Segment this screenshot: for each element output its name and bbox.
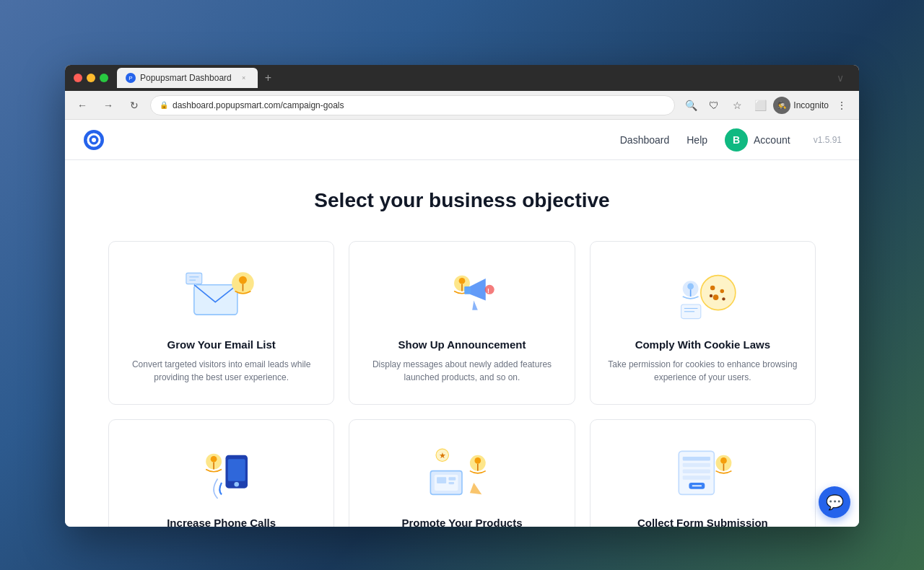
svg-rect-32 (227, 459, 245, 481)
svg-rect-48 (683, 475, 710, 479)
svg-point-52 (720, 457, 727, 464)
browser-window: P Popupsmart Dashboard × + ∨ ← → ↻ 🔒 das… (65, 65, 859, 527)
app-header: Dashboard Help B Account v1.5.91 (65, 120, 859, 160)
svg-rect-37 (448, 477, 456, 480)
svg-point-40 (474, 457, 481, 464)
reload-button[interactable]: ↻ (124, 95, 144, 115)
card-title-email-list: Grow Your Email List (167, 338, 276, 351)
toolbar-actions: 🔍 🛡 ☆ ⬜ 🕵 Incognito ⋮ (681, 95, 852, 115)
page-title: Select your business objective (82, 189, 842, 212)
cards-grid: Grow Your Email List Convert targeted vi… (108, 241, 816, 527)
card-cookie-laws[interactable]: Comply With Cookie Laws Take permission … (590, 241, 816, 405)
card-title-phone-calls: Increase Phone Calls (167, 517, 276, 527)
dashboard-nav-link[interactable]: Dashboard (620, 134, 670, 146)
app-content: Dashboard Help B Account v1.5.91 Select … (65, 120, 859, 527)
card-promote-products[interactable]: ★ Promote Your Products Market your prod… (349, 419, 575, 527)
svg-point-16 (701, 275, 736, 310)
card-illustration-promote-products: ★ (419, 440, 505, 505)
tab-title: Popupsmart Dashboard (140, 73, 232, 83)
svg-point-2 (92, 138, 96, 142)
chat-icon: 💬 (826, 494, 844, 511)
card-email-list[interactable]: Grow Your Email List Convert targeted vi… (108, 241, 334, 405)
card-illustration-email-list (178, 262, 265, 327)
browser-titlebar: P Popupsmart Dashboard × + ∨ (65, 65, 859, 91)
svg-point-21 (710, 294, 712, 297)
svg-point-20 (723, 297, 725, 300)
svg-point-23 (688, 283, 694, 289)
svg-rect-7 (186, 273, 202, 284)
svg-point-11 (459, 278, 466, 284)
traffic-lights (74, 74, 108, 82)
version-label: v1.5.91 (814, 135, 842, 145)
svg-point-5 (239, 276, 247, 284)
header-nav: Dashboard Help B Account v1.5.91 (620, 128, 842, 152)
account-label: Account (754, 134, 790, 146)
lock-icon: 🔒 (160, 101, 168, 109)
card-illustration-phone-calls (178, 440, 265, 505)
back-button[interactable]: ← (72, 95, 92, 115)
account-button[interactable]: B Account (725, 128, 790, 152)
svg-text:!: ! (487, 286, 489, 294)
card-form-submission[interactable]: Collect Form Submission Gather personal … (590, 419, 816, 527)
search-icon[interactable]: 🔍 (681, 95, 701, 115)
card-title-form-submission: Collect Form Submission (637, 517, 768, 527)
svg-point-18 (720, 289, 724, 292)
card-phone-calls[interactable]: Increase Phone Calls Enhance your call t… (108, 419, 334, 527)
new-tab-button[interactable]: + (261, 71, 276, 84)
svg-point-19 (713, 294, 719, 300)
chat-fab-button[interactable]: 💬 (819, 486, 850, 518)
incognito-button[interactable]: 🕵 Incognito (773, 97, 829, 114)
card-illustration-show-announcement: ! (419, 262, 505, 327)
svg-rect-45 (683, 457, 710, 460)
card-show-announcement[interactable]: ! Show Up Announcement Display messages … (349, 241, 575, 405)
svg-rect-13 (464, 286, 471, 294)
card-title-promote-products: Promote Your Products (402, 517, 523, 527)
window-menu-icon[interactable]: ∨ (830, 68, 850, 88)
bookmark-icon[interactable]: ☆ (727, 95, 747, 115)
tab-bar: P Popupsmart Dashboard × + (117, 68, 830, 88)
shield-icon[interactable]: 🛡 (704, 95, 724, 115)
card-title-show-announcement: Show Up Announcement (398, 338, 526, 351)
extensions-icon[interactable]: ⬜ (750, 95, 770, 115)
svg-text:★: ★ (439, 451, 446, 460)
svg-point-33 (234, 482, 239, 487)
svg-point-17 (710, 285, 715, 290)
address-bar[interactable]: 🔒 dashboard.popupsmart.com/campaign-goal… (150, 95, 675, 115)
account-avatar: B (725, 128, 748, 152)
card-illustration-form-submission (659, 440, 746, 505)
svg-rect-38 (448, 482, 454, 484)
active-tab[interactable]: P Popupsmart Dashboard × (117, 68, 258, 88)
maximize-window-button[interactable] (100, 74, 108, 82)
svg-rect-36 (437, 477, 446, 483)
card-description-email-list: Convert targeted visitors into email lea… (126, 358, 316, 384)
card-description-show-announcement: Display messages about newly added featu… (367, 358, 557, 384)
browser-menu-icon[interactable]: ⋮ (832, 95, 852, 115)
app-logo (82, 128, 105, 152)
card-illustration-cookie-laws (659, 262, 746, 327)
browser-toolbar: ← → ↻ 🔒 dashboard.popupsmart.com/campaig… (65, 91, 859, 120)
card-title-cookie-laws: Comply With Cookie Laws (635, 338, 770, 351)
card-description-cookie-laws: Take permission for cookies to enhance b… (608, 358, 798, 384)
close-window-button[interactable] (74, 74, 82, 82)
tab-favicon: P (126, 73, 136, 83)
svg-point-14 (485, 284, 494, 294)
help-nav-link[interactable]: Help (687, 134, 707, 146)
svg-rect-46 (683, 462, 710, 466)
svg-point-29 (210, 456, 217, 462)
address-text: dashboard.popupsmart.com/campaign-goals (173, 100, 344, 110)
svg-rect-47 (683, 469, 710, 473)
incognito-label: Incognito (793, 100, 829, 110)
minimize-window-button[interactable] (87, 74, 95, 82)
main-content: Select your business objective Grow Your… (65, 160, 859, 527)
tab-close-button[interactable]: × (239, 73, 249, 83)
forward-button[interactable]: → (98, 95, 118, 115)
incognito-avatar: 🕵 (773, 97, 790, 114)
